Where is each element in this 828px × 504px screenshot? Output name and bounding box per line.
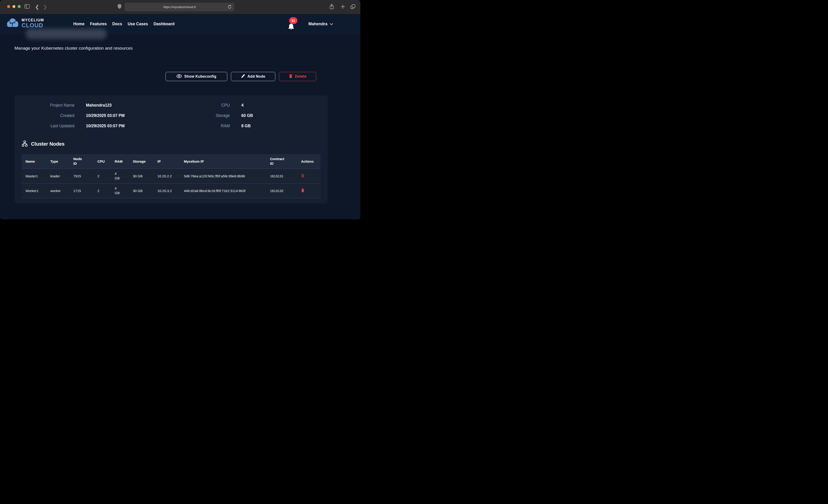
toolbar: Show Kubeconfig Add Node — [165, 72, 316, 81]
close-window-button[interactable] — [7, 5, 10, 8]
column-header-type: Type — [50, 159, 58, 163]
detail-value: Mahendra123 — [86, 102, 125, 109]
cell-node_id: 1715 — [73, 189, 81, 193]
cell-cpu: 2 — [97, 189, 99, 193]
privacy-shield-icon[interactable] — [117, 4, 122, 10]
forward-button[interactable]: ❯ — [43, 4, 47, 10]
cell-storage: 30 GB — [133, 189, 143, 193]
notifications-button[interactable]: 11 — [288, 17, 298, 31]
browser-window: ❮ ❯ https://myceliumcloud.tf — [0, 0, 360, 219]
nav-item-dashboard[interactable]: Dashboard — [154, 22, 174, 27]
minimize-window-button[interactable] — [12, 5, 15, 8]
brand-logo[interactable]: MYCELIUM CLOUD — [6, 17, 44, 29]
nav-item-features[interactable]: Features — [90, 22, 107, 27]
cell-type: worker — [50, 189, 61, 193]
cell-actions — [297, 169, 321, 183]
reload-icon[interactable] — [227, 5, 232, 10]
table-header-row: NameTypeNode IDCPURAMStorageIPMycelium I… — [22, 154, 321, 169]
cell-ip: 10.20.3.2 — [154, 183, 180, 198]
tab-overview-icon[interactable] — [350, 4, 356, 10]
url-text: https://myceliumcloud.tf — [163, 5, 196, 9]
column-header-cell: Node ID — [70, 154, 93, 169]
cell-cpu: 2 — [97, 174, 99, 178]
delete-cluster-button[interactable]: Delete — [279, 72, 316, 81]
nav-item-docs[interactable]: Docs — [112, 22, 122, 27]
sidebar-toggle-icon[interactable] — [24, 4, 30, 10]
user-menu[interactable]: Mahendra — [308, 14, 333, 34]
detail-label: RAM — [175, 123, 230, 129]
header-divider — [0, 44, 360, 45]
user-name: Mahendra — [308, 22, 328, 27]
nav-item-home[interactable]: Home — [73, 22, 85, 27]
cell-name: Master1 — [26, 174, 38, 178]
cell-node_id: 7915 — [73, 174, 81, 178]
column-header-contract_id: Contract ID — [270, 157, 288, 166]
address-bar[interactable]: https://myceliumcloud.tf — [125, 3, 235, 11]
nav-item-use-cases[interactable]: Use Cases — [128, 22, 148, 27]
delete-node-button[interactable] — [301, 174, 304, 177]
cell-contract_id: 1613131 — [266, 169, 297, 183]
column-header-cell: Actions — [297, 154, 321, 169]
detail-label: Project Name — [22, 102, 75, 109]
cell-type: leader — [46, 169, 70, 183]
node-row-master1: Master1leader791524 GB30 GB10.20.2.25d8:… — [22, 169, 321, 183]
column-header-cpu: CPU — [97, 159, 105, 163]
eye-icon — [176, 74, 182, 79]
column-header-cell: IP — [154, 154, 180, 169]
network-nodes-icon — [22, 140, 28, 148]
cell-cpu: 2 — [93, 169, 111, 183]
browser-chrome: ❮ ❯ https://myceliumcloud.tf — [0, 0, 360, 14]
cell-ram: 4 GB — [111, 169, 129, 183]
table-body: Master1leader791524 GB30 GB10.20.2.25d8:… — [22, 169, 321, 198]
detail-value: 60 GB — [241, 113, 253, 119]
column-header-mycelium_ip: Mycelium IP — [184, 159, 204, 163]
new-tab-icon[interactable] — [341, 4, 345, 10]
detail-value: 10/29/2025 03:07 PM — [86, 113, 125, 119]
trash-icon — [289, 74, 293, 79]
delete-label: Delete — [295, 75, 306, 79]
cell-name: Master1 — [22, 169, 46, 183]
cell-name: Worker1 — [26, 189, 38, 193]
back-button[interactable]: ❮ — [35, 4, 39, 10]
cell-ram: 4 GB — [111, 183, 129, 198]
cell-actions — [297, 183, 321, 198]
cell-type: leader — [50, 174, 60, 178]
brand-text: MYCELIUM CLOUD — [22, 18, 44, 28]
show-kubeconfig-button[interactable]: Show Kubeconfig — [165, 72, 227, 81]
detail-value: 8 GB — [241, 123, 253, 129]
cluster-nodes-heading: Cluster Nodes — [22, 140, 65, 148]
share-icon[interactable] — [330, 4, 334, 10]
column-header-ip: IP — [157, 159, 161, 163]
delete-node-button[interactable] — [301, 188, 304, 192]
cell-node_id: 1715 — [70, 183, 93, 198]
column-header-cell: Type — [46, 154, 70, 169]
cell-mycelium_ip: 5d8:78ea:a120:f40c:ff0f:a5fe:99e6:8b96 — [180, 169, 266, 183]
column-header-cell: CPU — [93, 154, 111, 169]
column-header-name: Name — [26, 159, 35, 163]
add-node-button[interactable]: Add Node — [231, 72, 275, 81]
cell-mycelium_ip: 5d8:78ea:a120:f40c:ff0f:a5fe:99e6:8b96 — [184, 174, 245, 178]
redaction-blur — [26, 29, 107, 39]
cluster-nodes-title: Cluster Nodes — [31, 141, 65, 147]
zoom-window-button[interactable] — [18, 5, 21, 8]
column-header-cell: Storage — [129, 154, 154, 169]
cell-ram: 4 GB — [115, 186, 122, 195]
trash-icon — [301, 174, 304, 177]
cell-ip: 10.20.2.2 — [154, 169, 180, 183]
cell-storage: 30 GB — [129, 169, 154, 183]
cell-contract_id: 1613131 — [270, 174, 283, 178]
cell-ram: 4 GB — [115, 171, 122, 180]
cell-storage: 30 GB — [133, 174, 143, 178]
details-right: CPU4Storage60 GBRAM8 GB — [175, 102, 253, 129]
cluster-nodes-table: NameTypeNode IDCPURAMStorageIPMycelium I… — [22, 154, 321, 198]
cell-type: worker — [46, 183, 70, 198]
detail-value: 10/29/2025 03:07 PM — [86, 123, 125, 129]
detail-label: Storage — [175, 113, 230, 119]
cluster-details-card: Project NameMahendra123Created10/29/2025… — [15, 95, 328, 204]
cell-storage: 30 GB — [129, 183, 154, 198]
column-header-actions: Actions — [301, 159, 314, 163]
bell-icon — [288, 23, 295, 32]
chevron-down-icon — [330, 22, 333, 26]
detail-value: 4 — [241, 102, 253, 109]
detail-label: Created — [22, 113, 75, 119]
